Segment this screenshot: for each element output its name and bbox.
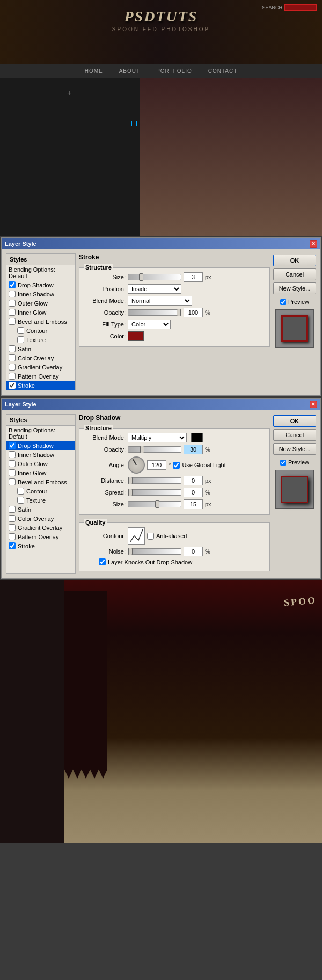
opacity-slider-thumb-2[interactable] — [140, 446, 144, 453]
contour-checkbox-1[interactable] — [17, 327, 24, 334]
distance-slider-thumb-2[interactable] — [128, 477, 133, 484]
size-input-2[interactable] — [184, 499, 203, 509]
texture-checkbox-1[interactable] — [17, 336, 24, 343]
pattern-overlay-item-1[interactable]: Pattern Overlay — [6, 372, 75, 381]
preview-checkbox-1[interactable] — [280, 299, 286, 305]
inner-glow-checkbox-1[interactable] — [9, 309, 16, 316]
satin-item-2[interactable]: Satin — [6, 505, 75, 514]
cancel-button-1[interactable]: Cancel — [273, 268, 316, 280]
new-style-button-2[interactable]: New Style... — [273, 443, 316, 455]
satin-checkbox-1[interactable] — [9, 345, 16, 352]
distance-input-2[interactable] — [184, 476, 203, 485]
opacity-slider-1[interactable] — [128, 309, 181, 316]
close-button-2[interactable]: ✕ — [310, 401, 317, 408]
blending-options-1[interactable]: Blending Options: Default — [6, 265, 75, 280]
anti-alias-checkbox-2[interactable] — [147, 533, 154, 540]
ok-button-2[interactable]: OK — [273, 415, 316, 427]
pattern-overlay-checkbox-1[interactable] — [9, 373, 16, 380]
inner-shadow-item-2[interactable]: Inner Shadow — [6, 450, 75, 459]
distance-slider-2[interactable] — [128, 477, 181, 484]
stroke-item-1[interactable]: Stroke — [6, 381, 75, 390]
noise-slider-2[interactable] — [128, 548, 181, 555]
spread-label-2: Spread: — [83, 489, 126, 496]
opacity-input-1[interactable] — [184, 308, 203, 317]
global-light-checkbox-2[interactable] — [173, 462, 180, 469]
noise-slider-thumb-2[interactable] — [128, 548, 133, 555]
blend-mode-select-2[interactable]: Multiply Normal Screen — [128, 433, 187, 442]
outer-glow-item-1[interactable]: Outer Glow — [6, 299, 75, 308]
blending-options-2[interactable]: Blending Options: Default — [6, 426, 75, 441]
color-overlay-item-2[interactable]: Color Overlay — [6, 514, 75, 523]
bevel-emboss-item-1[interactable]: Bevel and Emboss — [6, 317, 75, 326]
opacity-slider-thumb-1[interactable] — [177, 309, 181, 316]
color-overlay-item-1[interactable]: Color Overlay — [6, 353, 75, 362]
opacity-slider-2[interactable] — [128, 446, 181, 453]
drop-shadow-item-2[interactable]: Drop Shadow — [6, 441, 75, 450]
stroke-checkbox-2[interactable] — [9, 542, 16, 549]
nav-home[interactable]: HOME — [85, 68, 103, 74]
spread-slider-thumb-2[interactable] — [128, 489, 133, 496]
gradient-overlay-item-1[interactable]: Gradient Overlay — [6, 362, 75, 372]
contour-item-1[interactable]: Contour — [6, 326, 75, 335]
contour-item-2[interactable]: Contour — [6, 487, 75, 496]
inner-glow-item-2[interactable]: Inner Glow — [6, 468, 75, 477]
nav-contact[interactable]: CONTACT — [208, 68, 238, 74]
drop-shadow-item-1[interactable]: Drop Shadow — [6, 280, 75, 289]
satin-item-1[interactable]: Satin — [6, 344, 75, 353]
angle-dial-2[interactable] — [128, 456, 145, 474]
satin-checkbox-2[interactable] — [9, 506, 16, 513]
color-swatch-1[interactable] — [128, 331, 144, 341]
texture-item-2[interactable]: Texture — [6, 496, 75, 505]
nav-about[interactable]: ABOUT — [119, 68, 140, 74]
texture-item-1[interactable]: Texture — [6, 335, 75, 344]
inner-shadow-item-1[interactable]: Inner Shadow — [6, 289, 75, 299]
size-slider-thumb-1[interactable] — [139, 273, 143, 281]
pattern-overlay-checkbox-2[interactable] — [9, 533, 16, 540]
ok-button-1[interactable]: OK — [273, 255, 316, 266]
contour-preview-2[interactable] — [128, 527, 145, 545]
noise-input-2[interactable] — [184, 547, 203, 556]
angle-hand-2 — [133, 459, 137, 465]
color-overlay-checkbox-2[interactable] — [9, 515, 16, 522]
gradient-overlay-checkbox-1[interactable] — [9, 364, 16, 371]
pattern-overlay-item-2[interactable]: Pattern Overlay — [6, 532, 75, 541]
inner-glow-checkbox-2[interactable] — [9, 469, 16, 476]
stroke-item-2[interactable]: Stroke — [6, 541, 75, 550]
stroke-checkbox-1[interactable] — [9, 382, 16, 389]
new-style-button-1[interactable]: New Style... — [273, 282, 316, 294]
size-slider-1[interactable] — [128, 274, 181, 280]
cancel-button-2[interactable]: Cancel — [273, 429, 316, 441]
gradient-overlay-item-2[interactable]: Gradient Overlay — [6, 523, 75, 532]
inner-shadow-checkbox-2[interactable] — [9, 451, 16, 458]
size-input-1[interactable] — [184, 272, 203, 282]
outer-glow-item-2[interactable]: Outer Glow — [6, 459, 75, 468]
contour-checkbox-2[interactable] — [17, 488, 24, 495]
drop-shadow-checkbox-2[interactable] — [9, 442, 16, 449]
fill-type-select-1[interactable]: Color Gradient Pattern — [128, 320, 171, 329]
outer-glow-checkbox-2[interactable] — [9, 460, 16, 467]
search-input-fake[interactable] — [284, 4, 317, 11]
bevel-emboss-checkbox-2[interactable] — [9, 478, 16, 485]
inner-glow-item-1[interactable]: Inner Glow — [6, 308, 75, 317]
opacity-input-2[interactable] — [184, 445, 203, 454]
size-slider-2[interactable] — [128, 501, 181, 507]
preview-checkbox-2[interactable] — [280, 460, 286, 466]
outer-glow-checkbox-1[interactable] — [9, 300, 16, 307]
close-button-1[interactable]: ✕ — [310, 240, 317, 248]
size-slider-thumb-2[interactable] — [155, 500, 159, 508]
nav-portfolio[interactable]: PORTFOLIO — [156, 68, 192, 74]
drop-shadow-checkbox-1[interactable] — [9, 281, 16, 288]
shadow-color-swatch-2[interactable] — [191, 433, 203, 442]
angle-input-2[interactable] — [147, 460, 166, 470]
spread-input-2[interactable] — [184, 488, 203, 497]
texture-checkbox-2[interactable] — [17, 497, 24, 504]
gradient-overlay-checkbox-2[interactable] — [9, 524, 16, 531]
layer-knocks-checkbox-2[interactable] — [99, 558, 106, 565]
spread-slider-2[interactable] — [128, 489, 181, 496]
blend-mode-select-1[interactable]: Normal Multiply Screen — [128, 296, 192, 306]
position-select-1[interactable]: Inside Outside Center — [128, 284, 181, 294]
bevel-emboss-checkbox-1[interactable] — [9, 318, 16, 325]
inner-shadow-checkbox-1[interactable] — [9, 291, 16, 297]
bevel-emboss-item-2[interactable]: Bevel and Emboss — [6, 477, 75, 487]
color-overlay-checkbox-1[interactable] — [9, 354, 16, 361]
